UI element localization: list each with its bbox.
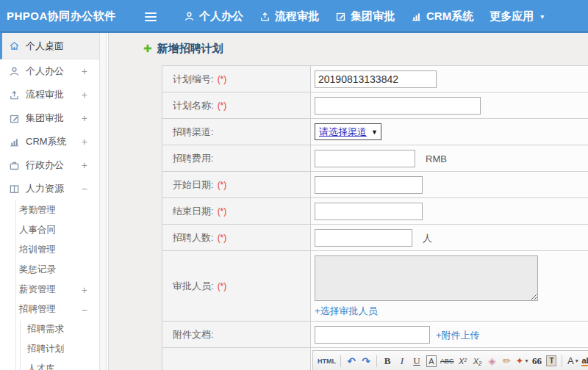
strikethrough-button[interactable]: ABC bbox=[440, 355, 454, 368]
paint-format-dropdown[interactable]: ✦▾ bbox=[516, 355, 528, 368]
sidebar-item-desktop[interactable]: 个人桌面 bbox=[0, 33, 99, 59]
format-brush-icon[interactable]: ✏ bbox=[501, 355, 513, 368]
sidebar-item-crm[interactable]: CRM系统 + bbox=[0, 130, 99, 153]
sidebar-item-label: 个人办公 bbox=[26, 65, 64, 78]
paint-icon: ✦ bbox=[516, 355, 524, 366]
sidebar-item-group-approval[interactable]: 集团审批 + bbox=[0, 106, 99, 130]
form-row-channel: 招聘渠道: 请选择渠道 ▼ bbox=[162, 119, 588, 145]
highlight-color-dropdown[interactable]: ab▾ bbox=[581, 355, 588, 368]
font-color-icon: A bbox=[567, 355, 574, 366]
app-logo[interactable]: PHPOA协同办公软件 bbox=[0, 10, 132, 23]
home-icon bbox=[9, 40, 20, 51]
user-icon bbox=[9, 66, 20, 77]
edit-icon bbox=[9, 113, 20, 124]
channel-select-value: 请选择渠道 bbox=[319, 126, 367, 139]
form-row-end-date: 结束日期:(*) bbox=[162, 198, 588, 225]
html-source-button[interactable]: HTML bbox=[318, 355, 336, 368]
sidebar-item-hr[interactable]: 人力资源 − bbox=[0, 177, 99, 200]
sidebar-item-admin-office[interactable]: 行政办公 + bbox=[0, 153, 99, 177]
headcount-input[interactable] bbox=[315, 229, 412, 247]
form-row-attachment: 附件文档: +附件上传 bbox=[162, 322, 588, 348]
flow-icon bbox=[259, 11, 270, 22]
bold-button[interactable]: B bbox=[381, 355, 393, 368]
attachment-upload-link[interactable]: +附件上传 bbox=[436, 330, 480, 341]
sidebar-item-label: 招聘管理 bbox=[19, 303, 56, 316]
form-row-editor: HTML ↶ ↷ B I U A ABC X² X₂ ◈ ✏ bbox=[162, 348, 588, 370]
topnav-item-more-apps[interactable]: 更多应用 ▾ bbox=[481, 10, 552, 23]
expand-icon[interactable]: + bbox=[82, 65, 87, 77]
blockquote-button[interactable]: 66 bbox=[531, 355, 542, 368]
sidebar-item-label: 薪资管理 bbox=[19, 283, 56, 296]
sidebar-item-personal-office[interactable]: 个人办公 + bbox=[0, 59, 99, 83]
expand-icon[interactable]: + bbox=[82, 136, 87, 148]
choose-approvers-link[interactable]: +选择审批人员 bbox=[315, 305, 378, 316]
expand-icon[interactable]: + bbox=[82, 284, 87, 296]
field-label: 开始日期: bbox=[173, 179, 214, 190]
topnav-label: 更多应用 bbox=[490, 10, 534, 23]
font-color-dropdown[interactable]: A▾ bbox=[567, 355, 578, 368]
add-icon: ✚ bbox=[143, 43, 152, 54]
sidebar-item-label: 人事合同 bbox=[19, 224, 56, 236]
top-navbar: PHPOA协同办公软件 个人办公 流程审批 集团审批 CRM系统 bbox=[0, 0, 588, 33]
attachment-input[interactable] bbox=[315, 326, 430, 344]
sidebar-item-label: 行政办公 bbox=[26, 159, 64, 172]
submenu-guide-line bbox=[20, 321, 21, 370]
menu-toggle-icon[interactable] bbox=[145, 12, 157, 21]
form-row-headcount: 招聘人数:(*) 人 bbox=[162, 225, 588, 251]
redo-icon[interactable]: ↷ bbox=[360, 355, 372, 368]
book-icon bbox=[9, 184, 20, 195]
plan-name-input[interactable] bbox=[315, 97, 481, 115]
field-label: 附件文档: bbox=[173, 329, 214, 340]
required-mark: (*) bbox=[218, 206, 227, 217]
form-row-approvers: 审批人员:(*) +选择审批人员 bbox=[162, 251, 588, 322]
highlight-icon: ab bbox=[581, 356, 588, 366]
plan-no-input[interactable] bbox=[315, 70, 437, 88]
undo-icon[interactable]: ↶ bbox=[345, 355, 357, 368]
chart-icon bbox=[9, 137, 20, 148]
caret-down-icon: ▼ bbox=[371, 128, 378, 136]
topnav-label: 流程审批 bbox=[275, 10, 319, 23]
superscript-button[interactable]: X² bbox=[457, 355, 469, 368]
underline-button[interactable]: U bbox=[411, 355, 423, 368]
collapse-icon[interactable]: − bbox=[82, 183, 87, 195]
topnav-item-group-approval[interactable]: 集团审批 bbox=[327, 10, 403, 23]
start-date-input[interactable] bbox=[315, 176, 423, 194]
paste-text-icon[interactable]: T bbox=[546, 355, 556, 366]
approvers-textarea[interactable] bbox=[315, 255, 538, 301]
font-style-button[interactable]: A bbox=[426, 355, 436, 367]
page-title: 新增招聘计划 bbox=[157, 42, 223, 56]
form-row-plan-name: 计划名称:(*) bbox=[162, 92, 588, 119]
topnav-label: 集团审批 bbox=[351, 10, 395, 23]
form-row-fee: 招聘费用: RMB bbox=[162, 145, 588, 172]
sidebar-item-workflow-approval[interactable]: 流程审批 + bbox=[0, 83, 99, 106]
fee-input[interactable] bbox=[315, 150, 415, 167]
sidebar-scrollbar[interactable] bbox=[99, 33, 107, 370]
eraser-icon[interactable]: ◈ bbox=[487, 355, 498, 368]
end-date-input[interactable] bbox=[315, 203, 423, 220]
main-content: ✚ 新增招聘计划 计划编号:(*) 计划名称:(*) 招聘渠道: 请选择渠道 ▼… bbox=[109, 33, 588, 370]
collapse-icon[interactable]: − bbox=[82, 304, 87, 316]
sidebar-item-label: 集团审批 bbox=[26, 112, 64, 125]
required-mark: (*) bbox=[218, 281, 227, 291]
toolbar-separator bbox=[340, 355, 341, 367]
edit-icon bbox=[335, 11, 346, 22]
expand-icon[interactable]: + bbox=[82, 112, 87, 124]
expand-icon[interactable]: + bbox=[82, 89, 87, 101]
expand-icon[interactable]: + bbox=[82, 159, 87, 171]
toolbar-separator bbox=[376, 355, 377, 367]
briefcase-icon bbox=[9, 160, 20, 171]
subscript-button[interactable]: X₂ bbox=[472, 355, 484, 368]
topnav-item-workflow-approval[interactable]: 流程审批 bbox=[251, 10, 327, 23]
editor-toolbar-row1: HTML ↶ ↷ B I U A ABC X² X₂ ◈ ✏ bbox=[313, 351, 588, 370]
topnav-item-personal-office[interactable]: 个人办公 bbox=[176, 10, 251, 23]
recruit-plan-form: 计划编号:(*) 计划名称:(*) 招聘渠道: 请选择渠道 ▼ 招聘费用: RM… bbox=[162, 65, 588, 370]
channel-select[interactable]: 请选择渠道 ▼ bbox=[315, 123, 381, 140]
user-icon bbox=[184, 11, 195, 22]
form-row-start-date: 开始日期:(*) bbox=[162, 172, 588, 198]
field-label: 招聘渠道: bbox=[173, 126, 214, 137]
rich-text-editor: HTML ↶ ↷ B I U A ABC X² X₂ ◈ ✏ bbox=[312, 350, 588, 370]
topnav-item-crm[interactable]: CRM系统 bbox=[403, 10, 481, 23]
field-label: 计划名称: bbox=[173, 100, 214, 111]
field-label: 审批人员: bbox=[173, 280, 214, 291]
italic-button[interactable]: I bbox=[396, 355, 408, 368]
